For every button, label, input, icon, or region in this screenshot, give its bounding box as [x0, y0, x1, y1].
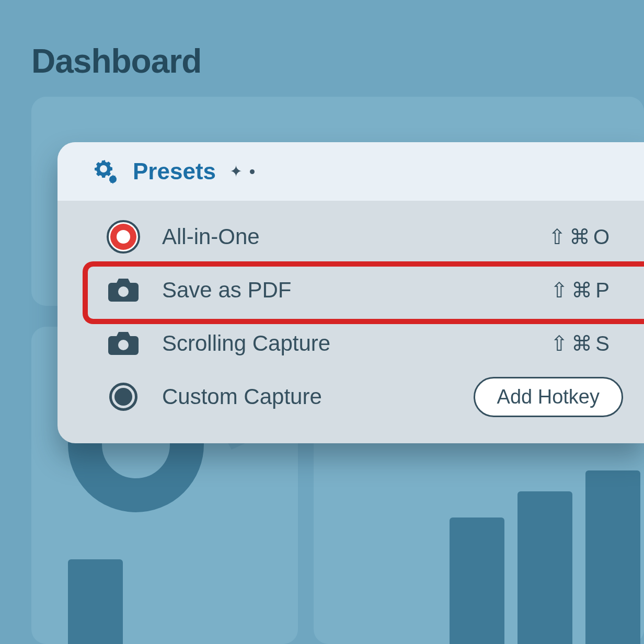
presets-list: All-in-One ⇧⌘O Save as PDF ⇧⌘P Scrol	[58, 201, 644, 443]
add-hotkey-button[interactable]: Add Hotkey	[474, 377, 623, 417]
preset-hotkey: ⇧⌘O	[508, 225, 623, 249]
bar-chart-icon	[518, 491, 572, 644]
bar-chart-icon	[68, 559, 123, 644]
camera-icon	[105, 271, 142, 309]
bar-chart-icon	[585, 470, 640, 644]
camera-icon	[105, 325, 142, 362]
bar-chart-icon	[450, 518, 504, 644]
preset-row-custom-capture[interactable]: Custom Capture Add Hotkey	[58, 370, 644, 423]
gears-icon	[93, 158, 119, 185]
preset-label: Save as PDF	[162, 278, 508, 303]
preset-row-all-in-one[interactable]: All-in-One ⇧⌘O	[58, 210, 644, 263]
preset-row-scrolling-capture[interactable]: Scrolling Capture ⇧⌘S	[58, 317, 644, 370]
sparkle-icon: ✦	[229, 164, 255, 179]
preset-label: Custom Capture	[162, 384, 474, 409]
presets-panel-header: Presets ✦	[58, 142, 644, 201]
circle-filled-icon	[105, 378, 142, 416]
record-icon	[105, 218, 142, 256]
svg-point-2	[118, 286, 129, 297]
svg-point-3	[118, 340, 129, 350]
preset-hotkey: ⇧⌘P	[508, 278, 623, 302]
preset-hotkey: ⇧⌘S	[508, 331, 623, 355]
presets-panel: Presets ✦ All-in-One ⇧⌘O Save as PDF ⇧⌘P	[58, 142, 644, 443]
preset-label: Scrolling Capture	[162, 331, 508, 356]
page-title: Dashboard	[31, 42, 201, 80]
presets-header-label: Presets	[133, 158, 216, 185]
preset-row-save-as-pdf[interactable]: Save as PDF ⇧⌘P	[58, 263, 644, 317]
preset-label: All-in-One	[162, 224, 508, 249]
